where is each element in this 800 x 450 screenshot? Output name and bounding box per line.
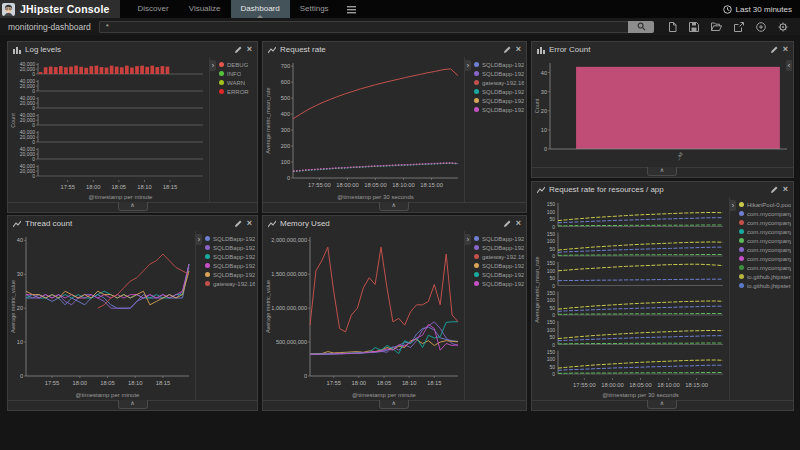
legend-item[interactable]: com.mycompany.myap... [739,245,791,254]
query-input[interactable] [99,21,628,33]
legend-item[interactable]: SQLDBapp-192.168.4... [474,96,524,105]
legend-item[interactable]: DEBUG [219,60,255,69]
close-icon[interactable]: × [247,46,252,53]
edit-pencil-icon[interactable] [771,46,778,53]
edit-pencil-icon[interactable] [235,220,242,227]
close-icon[interactable]: × [516,220,521,227]
error-count-chart[interactable]: Count010203040_all [532,57,793,167]
panel-title: Request rate for resources / app [549,185,767,194]
memory-used-chart[interactable]: Average metric_value@timestamp per minut… [263,231,464,400]
legend-item[interactable]: io.github.jhipster.web.r... [739,272,791,281]
legend-item[interactable]: SQLDBapp-192.168.4... [205,252,255,261]
legend-item[interactable]: com.mycompany.myap... [739,254,791,263]
add-visualization-icon[interactable] [756,22,766,32]
close-icon[interactable]: × [247,220,252,227]
new-dashboard-icon[interactable] [668,22,677,32]
legend-item[interactable]: com.mycompany.myap... [739,218,791,227]
collapse-tab[interactable]: ∧ [647,167,677,176]
thread-count-chart[interactable]: Average metric_value@timestamp per minut… [8,231,195,400]
close-icon[interactable]: × [783,46,788,53]
collapse-tab[interactable]: ∧ [118,202,148,211]
log-levels-chart[interactable]: Count@timestamp per minute17:5518:0018:0… [8,57,209,202]
app-logo[interactable]: JHipster Console [0,0,120,18]
panel-header: Memory Used × [263,216,526,231]
close-icon[interactable]: × [783,186,788,193]
legend-item[interactable]: io.github.jhipster.web.r... [739,281,791,290]
legend-item[interactable]: ERROR [219,87,255,96]
nav-item-visualize[interactable]: Visualize [179,0,231,18]
dashboard-title: monitoring-dashboard [8,22,91,32]
collapse-tab[interactable]: ∧ [379,400,409,409]
legend-item[interactable]: SQLDBapp-192.168.4... [474,87,524,96]
legend-item[interactable]: SQLDBapp-192.168.4... [474,270,524,279]
share-icon[interactable] [734,22,744,32]
request-rate-chart[interactable]: Average metric_mean_rate@timestamp per 3… [263,57,464,202]
nav-item-dashboard[interactable]: Dashboard [231,0,290,18]
legend-item[interactable]: com.mycompany.myap... [739,236,791,245]
close-icon[interactable]: × [516,46,521,53]
legend-toggle-icon[interactable]: › [210,60,216,71]
panel-request-rate-resources: Request rate for resources / app × Avera… [531,181,794,411]
legend-item[interactable]: SQLDBapp-192.168.4... [474,60,524,69]
legend-item[interactable]: SQLDBapp-192.168.4... [474,243,524,252]
legend-toggle-icon[interactable]: › [196,234,202,245]
save-dashboard-icon[interactable] [689,22,699,32]
legend-item[interactable]: SQLDBapp-192.168.4... [205,234,255,243]
svg-text:50: 50 [549,364,555,370]
legend-toggle-icon[interactable]: ‹ [786,60,792,71]
load-dashboard-icon[interactable] [711,22,722,31]
edit-pencil-icon[interactable] [235,46,242,53]
svg-text:17:55: 17:55 [45,380,60,386]
edit-pencil-icon[interactable] [771,186,778,193]
svg-text:0: 0 [552,371,555,377]
legend-label: com.mycompany.myap... [747,211,791,217]
legend-item[interactable]: HikariPool-0.pool.Wait [739,200,791,209]
legend-toggle-icon[interactable]: › [465,60,471,71]
legend-item[interactable]: WARN [219,78,255,87]
collapse-tab[interactable]: ∧ [647,400,677,409]
legend-item[interactable]: SQLDBapp-192.168.4... [474,261,524,270]
svg-text:0: 0 [32,71,35,77]
edit-pencil-icon[interactable] [504,220,511,227]
legend-item[interactable]: SQLDBapp-192.168.4... [205,243,255,252]
legend-dot [474,281,479,286]
time-picker[interactable]: Last 30 minutes [723,0,800,18]
legend-item[interactable]: INFO [219,69,255,78]
legend-label: io.github.jhipster.web.r... [747,283,791,289]
legend-label: SQLDBapp-192.168.4... [482,71,524,77]
nav-item-discover[interactable]: Discover [128,0,179,18]
options-gear-icon[interactable] [778,22,788,32]
legend-item[interactable]: gateway-192.168.43.8... [205,279,255,288]
jhipster-avatar [2,3,15,16]
svg-text:Average metric_mean_rate: Average metric_mean_rate [265,87,271,153]
svg-text:18:15: 18:15 [156,380,171,386]
resources-chart[interactable]: Average metric_mean_rate@timestamp per 3… [532,197,729,400]
legend-item[interactable]: SQLDBapp-192.168.4... [474,279,524,288]
nav-item-settings[interactable]: Settings [290,0,339,18]
legend-item[interactable]: gateway-192.168.43.8... [474,252,524,261]
collapse-tab[interactable]: ∧ [379,202,409,211]
legend-item[interactable]: com.mycompany.myap... [739,263,791,272]
legend: › SQLDBapp-192.168.4...SQLDBapp-192.168.… [195,231,257,400]
legend-item[interactable]: SQLDBapp-192.168.4... [474,234,524,243]
legend-toggle-icon[interactable]: › [465,234,471,245]
legend-item[interactable]: SQLDBapp-192.168.4... [205,261,255,270]
legend-toggle-icon[interactable]: › [730,200,736,211]
svg-text:18:15: 18:15 [427,380,442,386]
svg-text:500: 500 [281,95,290,101]
legend-item[interactable]: gateway-192.168.43.8... [474,78,524,87]
apps-menu-icon[interactable] [339,0,364,18]
legend: › SQLDBapp-192.168.4...SQLDBapp-192.168.… [464,231,526,400]
legend-dot [219,80,224,85]
svg-text:Average metric_value: Average metric_value [265,280,271,333]
edit-pencil-icon[interactable] [504,46,511,53]
legend-item[interactable]: SQLDBapp-192.168.4... [205,270,255,279]
search-button[interactable] [628,21,654,33]
collapse-tab[interactable]: ∧ [118,400,148,409]
svg-text:@timestamp per 30 seconds: @timestamp per 30 seconds [602,392,678,398]
legend-item[interactable]: SQLDBapp-192.168.4... [474,105,524,114]
legend-item[interactable]: com.mycompany.myap... [739,209,791,218]
svg-text:40: 40 [541,70,547,76]
legend-item[interactable]: com.mycompany.myap... [739,227,791,236]
legend-item[interactable]: SQLDBapp-192.168.4... [474,69,524,78]
